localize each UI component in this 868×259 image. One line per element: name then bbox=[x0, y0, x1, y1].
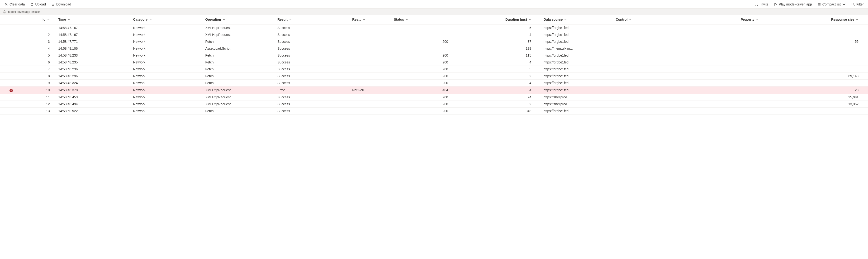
cell-operation: XMLHttpRequest bbox=[202, 25, 275, 31]
cell-datasource: https://orgbe1fed... bbox=[541, 59, 613, 66]
table-row[interactable]: 614:58:48.235NetworkFetchSuccess2004http… bbox=[0, 59, 868, 66]
cell-result: Success bbox=[275, 107, 349, 114]
cell-category: Network bbox=[130, 80, 203, 86]
col-header-datasource[interactable]: Data source bbox=[544, 18, 567, 21]
col-header-time[interactable]: Time bbox=[58, 18, 70, 21]
cell-id: 3 bbox=[22, 38, 55, 45]
chevron-down-icon bbox=[67, 18, 70, 21]
cell-status: 200 bbox=[391, 100, 457, 107]
cell-status: 200 bbox=[391, 94, 457, 100]
cell-responsesize bbox=[768, 52, 868, 59]
cell-icon bbox=[0, 25, 22, 31]
cell-responsesize bbox=[768, 66, 868, 73]
cell-icon bbox=[0, 80, 22, 86]
clear-data-button[interactable]: Clear data bbox=[4, 1, 25, 7]
cell-id: 4 bbox=[22, 45, 55, 52]
invite-label: Invite bbox=[761, 2, 768, 6]
upload-button[interactable]: Upload bbox=[30, 1, 46, 7]
col-header-result[interactable]: Result bbox=[277, 18, 292, 21]
download-button[interactable]: Download bbox=[51, 1, 71, 7]
chevron-down-icon bbox=[149, 18, 152, 21]
cell-res bbox=[349, 94, 391, 100]
play-button[interactable]: Play model-driven app bbox=[773, 1, 812, 7]
cell-duration: 4 bbox=[458, 59, 541, 66]
cell-status: 200 bbox=[391, 107, 457, 114]
compact-list-icon bbox=[817, 2, 821, 6]
cell-responsesize: 25,991 bbox=[768, 94, 868, 100]
table-row[interactable]: 1214:58:48.494NetworkXMLHttpRequestSucce… bbox=[0, 100, 868, 107]
cell-result: Success bbox=[275, 94, 349, 100]
table-row[interactable]: 1014:58:48.378NetworkXMLHttpRequestError… bbox=[0, 86, 868, 94]
chevron-down-icon bbox=[405, 18, 408, 21]
cell-result: Success bbox=[275, 80, 349, 86]
cell-time: 14:58:48.233 bbox=[56, 52, 130, 59]
cell-time: 14:58:48.453 bbox=[56, 94, 130, 100]
table-row[interactable]: 914:58:48.324NetworkFetchSuccess2004http… bbox=[0, 80, 868, 86]
cell-responsesize: 55 bbox=[768, 38, 868, 45]
cell-result: Success bbox=[275, 31, 349, 38]
col-header-status[interactable]: Status bbox=[394, 18, 408, 21]
col-header-res[interactable]: Res... bbox=[352, 18, 365, 21]
chevron-down-icon bbox=[629, 18, 632, 21]
cell-property bbox=[685, 38, 768, 45]
col-header-control[interactable]: Control bbox=[616, 18, 632, 21]
close-icon bbox=[4, 2, 8, 6]
cell-duration: 84 bbox=[458, 86, 541, 94]
cell-duration: 348 bbox=[458, 107, 541, 114]
cell-property bbox=[685, 31, 768, 38]
cell-control bbox=[613, 45, 685, 52]
cell-duration: 4 bbox=[458, 31, 541, 38]
cell-category: Network bbox=[130, 45, 203, 52]
col-header-id[interactable]: Id bbox=[42, 18, 50, 21]
cell-time: 14:58:48.378 bbox=[56, 86, 130, 94]
cell-control bbox=[613, 73, 685, 80]
col-header-property[interactable]: Property bbox=[741, 18, 759, 21]
cell-res bbox=[349, 100, 391, 107]
cell-status bbox=[391, 31, 457, 38]
cell-responsesize bbox=[768, 59, 868, 66]
table-header-row: Id Time Category Operation Result Res...… bbox=[0, 15, 868, 25]
table-row[interactable]: 714:58:48.236NetworkFetchSuccess2005http… bbox=[0, 66, 868, 73]
cell-category: Network bbox=[130, 107, 203, 114]
cell-id: 8 bbox=[22, 73, 55, 80]
cell-id: 2 bbox=[22, 31, 55, 38]
chevron-down-icon bbox=[856, 18, 859, 21]
toolbar-left: Clear data Upload Download bbox=[4, 1, 71, 7]
col-header-duration[interactable]: Duration (ms) bbox=[505, 18, 531, 21]
table-row[interactable]: 314:58:47.771NetworkFetchSuccess20087htt… bbox=[0, 38, 868, 45]
cell-control bbox=[613, 66, 685, 73]
table-row[interactable]: 1114:58:48.453NetworkXMLHttpRequestSucce… bbox=[0, 94, 868, 100]
table-row[interactable]: 414:58:48.106NetworkAssetLoad.ScriptSucc… bbox=[0, 45, 868, 52]
col-header-responsesize[interactable]: Response size bbox=[831, 18, 859, 21]
table-row[interactable]: 114:58:47.167NetworkXMLHttpRequestSucces… bbox=[0, 25, 868, 31]
view-mode-button[interactable]: Compact list bbox=[817, 1, 846, 7]
invite-button[interactable]: Invite bbox=[755, 1, 769, 7]
cell-result: Success bbox=[275, 45, 349, 52]
table-row[interactable]: 514:58:48.233NetworkFetchSuccess200115ht… bbox=[0, 52, 868, 59]
col-header-category[interactable]: Category bbox=[133, 18, 152, 21]
cell-control bbox=[613, 80, 685, 86]
cell-result: Success bbox=[275, 38, 349, 45]
cell-category: Network bbox=[130, 52, 203, 59]
toolbar: Clear data Upload Download Invite Play m… bbox=[0, 0, 868, 8]
cell-time: 14:58:48.236 bbox=[56, 66, 130, 73]
cell-responsesize: 13,352 bbox=[768, 100, 868, 107]
cell-datasource: https://orgbe1fed... bbox=[541, 107, 613, 114]
cell-responsesize: 69,143 bbox=[768, 73, 868, 80]
cell-icon bbox=[0, 94, 22, 100]
cell-status bbox=[391, 45, 457, 52]
cell-duration: 115 bbox=[458, 52, 541, 59]
filter-icon bbox=[851, 2, 855, 6]
session-bar: Model-driven app session bbox=[0, 8, 868, 15]
filter-button[interactable]: Filter bbox=[851, 1, 864, 7]
table-row[interactable]: 214:58:47.167NetworkXMLHttpRequestSucces… bbox=[0, 31, 868, 38]
cell-operation: XMLHttpRequest bbox=[202, 86, 275, 94]
cell-status: 200 bbox=[391, 38, 457, 45]
table-row[interactable]: 1314:58:50.922NetworkFetchSuccess200348h… bbox=[0, 107, 868, 114]
col-header-operation[interactable]: Operation bbox=[205, 18, 225, 21]
cell-responsesize: 28 bbox=[768, 86, 868, 94]
cell-time: 14:58:48.296 bbox=[56, 73, 130, 80]
table-row[interactable]: 814:58:48.296NetworkFetchSuccess20092htt… bbox=[0, 73, 868, 80]
cell-datasource: https://orgbe1fed... bbox=[541, 66, 613, 73]
cell-category: Network bbox=[130, 73, 203, 80]
